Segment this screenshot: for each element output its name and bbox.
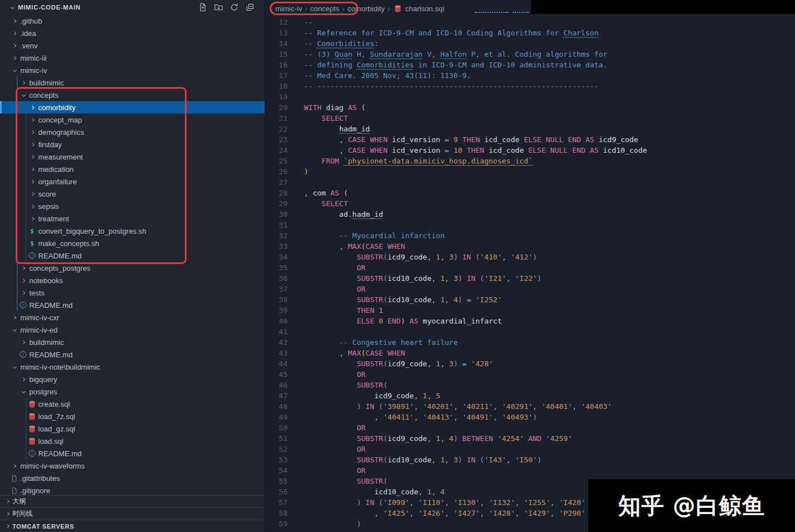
tree-item-concept-map[interactable]: concept_map: [0, 113, 265, 126]
tree-item-notebooks[interactable]: notebooks: [0, 274, 265, 287]
tree-item-comorbidity[interactable]: comorbidity: [0, 101, 265, 113]
chevron-down-icon: [18, 90, 28, 100]
line-number: 47: [265, 390, 288, 401]
chevron-right-icon: [18, 288, 28, 298]
line-number: 52: [265, 444, 288, 454]
tree-item-idea[interactable]: .idea: [0, 27, 265, 39]
chevron-right-icon: [18, 263, 28, 273]
sql-file-icon: [393, 3, 403, 13]
code-line: 23 , CASE WHEN icd_version = 9 THEN icd_…: [265, 134, 795, 145]
tree-item-label: load.sql: [38, 437, 63, 445]
code-text: , CASE WHEN icd_version = 9 THEN icd_cod…: [304, 135, 638, 144]
code-text: SUBSTR(icd9_code, 1, 3) = '428': [304, 360, 493, 368]
tree-item-score[interactable]: score: [0, 188, 265, 200]
tree-item-readme-md[interactable]: iREADME.md: [0, 299, 265, 311]
panel-timeline[interactable]: 时间线: [0, 507, 265, 520]
code-editor[interactable]: 12--13-- Reference for ICD-9-CM and ICD-…: [265, 17, 795, 532]
code-line: 31: [265, 220, 795, 230]
tree-item-mimic-iv-ed[interactable]: mimic-iv-ed: [0, 324, 265, 336]
tree-item-tests[interactable]: tests: [0, 287, 265, 299]
tree-item-gitignore[interactable]: .gitignore: [0, 484, 265, 495]
readme-info-icon: i: [27, 448, 37, 458]
tree-item-label: mimic-iv-cxr: [20, 313, 59, 322]
tree-item-mimic-iv-note-buildmimic[interactable]: mimic-iv-note\buildmimic: [0, 361, 265, 373]
tree-item-concepts-postgres[interactable]: concepts_postgres: [0, 262, 265, 274]
tree-item-venv[interactable]: .venv: [0, 39, 265, 52]
code-line: 54 OR: [265, 465, 795, 476]
tree-item-measurement[interactable]: measurement: [0, 151, 265, 163]
tree-item-load-gz-sql[interactable]: load_gz.sql: [0, 422, 265, 435]
tree-item-postgres[interactable]: postgres: [0, 385, 265, 398]
tree-item-medication[interactable]: medication: [0, 163, 265, 175]
tree-item-make-concepts-sh[interactable]: $make_concepts.sh: [0, 237, 265, 249]
tree-item-label: mimic-iv: [20, 66, 47, 75]
tree-item-github[interactable]: .github: [0, 15, 265, 27]
indent-guide: [26, 398, 26, 460]
chevron-right-icon: [27, 152, 37, 162]
code-line: 35 OR: [265, 262, 795, 273]
panel-tomcat-servers[interactable]: TOMCAT SERVERS: [0, 520, 265, 532]
tree-item-label: README.md: [38, 252, 81, 260]
tree-item-organfailure[interactable]: organfailure: [0, 175, 265, 188]
tree-item-mimic-iv-waveforms[interactable]: mimic-iv-waveforms: [0, 460, 265, 472]
code-line: 41: [265, 326, 795, 337]
watermark-zhihu: 知乎 @白鲸鱼: [588, 479, 795, 532]
line-number: 38: [265, 294, 288, 305]
line-number: 57: [265, 497, 288, 508]
tree-item-mimic-iv-cxr[interactable]: mimic-iv-cxr: [0, 311, 265, 324]
code-line: 47 icd9_code, 1, 5: [265, 390, 795, 401]
breadcrumb-item-comorbidity[interactable]: comorbidity: [347, 4, 384, 13]
tree-item-mimic-iii[interactable]: mimic-iii: [0, 52, 265, 64]
line-number: 58: [265, 508, 288, 519]
chevron-right-icon: [9, 40, 19, 51]
breadcrumb-separator: ›: [305, 4, 307, 13]
chevron-right-icon: [27, 176, 37, 187]
breadcrumb-item-charlson-sql[interactable]: charlson.sql: [393, 3, 444, 13]
line-number: 40: [265, 316, 288, 326]
new-folder-button[interactable]: [212, 1, 225, 13]
new-file-button[interactable]: [197, 1, 209, 13]
tree-item-label: .github: [20, 17, 42, 25]
shell-file-icon: $: [27, 238, 37, 248]
panel-outline[interactable]: 大纲: [0, 495, 265, 507]
refresh-icon: [229, 2, 239, 12]
tree-item-readme-md[interactable]: iREADME.md: [0, 249, 265, 262]
tree-item-create-sql[interactable]: create.sql: [0, 398, 265, 410]
tree-item-firstday[interactable]: firstday: [0, 138, 265, 151]
chevron-down-icon: [7, 2, 17, 12]
chevron-right-icon: [9, 53, 19, 63]
tree-item-mimic-iv[interactable]: mimic-iv: [0, 64, 265, 76]
tree-item-label: create.sql: [38, 400, 70, 408]
tree-item-load-7z-sql[interactable]: load_7z.sql: [0, 410, 265, 422]
chevron-down-icon: [18, 387, 28, 397]
tree-item-concepts[interactable]: concepts: [0, 89, 265, 101]
code-line: 12--: [265, 17, 795, 28]
tree-item-readme-md[interactable]: iREADME.md: [0, 447, 265, 460]
tree-item-buildmimic[interactable]: buildmimic: [0, 336, 265, 348]
code-line: 39 THEN 1: [265, 305, 795, 316]
tree-item-gitattributes[interactable]: .gitattributes: [0, 472, 265, 484]
line-number: 16: [265, 60, 288, 70]
tree-item-buildmimic[interactable]: buildmimic: [0, 76, 265, 89]
breadcrumb-item-concepts[interactable]: concepts: [310, 4, 339, 13]
chevron-right-icon: [2, 497, 12, 507]
readme-info-icon: i: [27, 251, 37, 261]
tree-item-load-sql[interactable]: load.sql: [0, 435, 265, 447]
chevron-down-icon: [9, 362, 19, 372]
chevron-down-icon: [9, 325, 19, 335]
tree-item-sepsis[interactable]: sepsis: [0, 200, 265, 212]
tree-item-bigquery[interactable]: bigquery: [0, 373, 265, 385]
tree-item-demographics[interactable]: demographics: [0, 126, 265, 138]
tree-item-convert-bigquery-to-postgres-sh[interactable]: $convert_bigquery_to_postgres.sh: [0, 225, 265, 237]
refresh-button[interactable]: [228, 1, 240, 13]
collapse-all-button[interactable]: [244, 1, 256, 13]
breadcrumb-item-mimic-iv[interactable]: mimic-iv: [275, 4, 302, 13]
tree-item-readme-md[interactable]: iREADME.md: [0, 348, 265, 361]
breadcrumb-label: mimic-iv: [275, 4, 302, 13]
indent-guide: [26, 113, 26, 262]
tree-item-label: mimic-iv-note\buildmimic: [20, 363, 100, 371]
tree-item-label: .venv: [20, 42, 38, 50]
chevron-right-icon: [27, 164, 37, 174]
line-number: 25: [265, 156, 288, 166]
tree-item-treatment[interactable]: treatment: [0, 212, 265, 225]
